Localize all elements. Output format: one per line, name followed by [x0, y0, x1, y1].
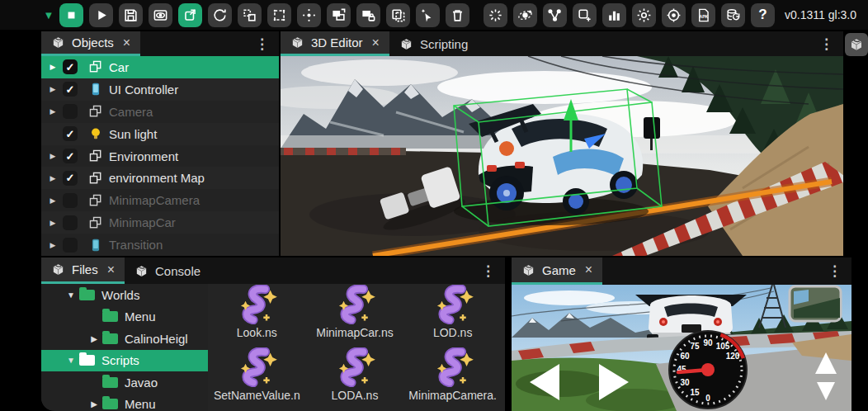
- object-row-minimapcamera[interactable]: ▶ MinimapCamera: [41, 189, 279, 211]
- objects-menu-icon[interactable]: ⋮: [245, 35, 279, 53]
- help-button[interactable]: ?: [751, 3, 775, 27]
- save-button[interactable]: [119, 3, 143, 27]
- add-object-button[interactable]: [573, 3, 597, 27]
- expand-icon[interactable]: ▶: [87, 399, 101, 409]
- file-tree: ▼ Worlds Menu ▶ CalinoHeigl ▼ Scripts: [41, 284, 208, 411]
- editor-menu-icon[interactable]: ⋮: [809, 35, 843, 53]
- game-tabbar: Game × ⋮: [512, 257, 851, 285]
- orbit-button[interactable]: [513, 3, 537, 27]
- expand-icon[interactable]: ▶: [46, 152, 59, 160]
- files-menu-icon[interactable]: ⋮: [471, 262, 505, 280]
- tab-scripting[interactable]: Scripting: [389, 31, 478, 56]
- expand-icon[interactable]: ▶: [46, 85, 59, 93]
- file-name: MinimapCar.ns: [316, 326, 393, 339]
- tree-item-label: Worlds: [101, 288, 139, 302]
- expand-icon[interactable]: ▶: [46, 219, 59, 227]
- settings-button[interactable]: [632, 3, 656, 27]
- expand-icon[interactable]: ▶: [87, 334, 101, 343]
- object-row-sun-light[interactable]: ✓ Sun light: [41, 123, 279, 145]
- tree-item-label: CalinoHeigl: [125, 332, 188, 346]
- close-icon[interactable]: ×: [123, 35, 130, 50]
- expand-icon[interactable]: ▼: [64, 291, 78, 300]
- package-icon: [51, 262, 65, 276]
- visibility-checkbox[interactable]: ✓: [63, 171, 78, 186]
- database-sync-button[interactable]: [721, 3, 745, 27]
- close-icon[interactable]: ×: [585, 262, 592, 277]
- visibility-checkbox[interactable]: [63, 104, 78, 119]
- render-view-button[interactable]: [149, 3, 172, 27]
- file-item[interactable]: SetNameValue.n: [208, 347, 306, 407]
- move-tool-button[interactable]: [178, 3, 202, 27]
- game-viewport[interactable]: 0 15 30 45 60 75 90 105 120: [512, 285, 851, 411]
- close-icon[interactable]: ×: [107, 262, 115, 277]
- layer-forward-button[interactable]: [327, 3, 351, 27]
- object-row-camera[interactable]: ▶ Camera: [41, 101, 279, 123]
- tree-item-javao[interactable]: Javao: [41, 371, 208, 394]
- scene-dropdown-icon[interactable]: ▼: [38, 9, 59, 21]
- visibility-checkbox[interactable]: [63, 215, 78, 230]
- object-row-environment[interactable]: ▶ ✓ Environment: [41, 145, 279, 168]
- rect-select-tool-button[interactable]: [267, 3, 291, 27]
- file-item[interactable]: MinimapCamera.: [403, 347, 502, 407]
- object-label: environment Map: [109, 171, 205, 185]
- visibility-checkbox[interactable]: [63, 193, 78, 208]
- tab-files[interactable]: Files ×: [41, 257, 125, 284]
- apk-export-button[interactable]: APK: [691, 3, 715, 27]
- tree-item-label: Javao: [125, 376, 158, 390]
- package-icon: [399, 37, 413, 51]
- scale-tool-button[interactable]: [238, 3, 262, 27]
- visibility-checkbox[interactable]: ✓: [63, 149, 78, 163]
- expand-icon[interactable]: ▶: [46, 174, 59, 182]
- tree-item-calinoheigl[interactable]: ▶ CalinoHeigl: [41, 328, 208, 350]
- object-row-ui-controller[interactable]: ▶ ✓ UI Controller: [41, 78, 279, 101]
- layer-lock-button[interactable]: [356, 3, 380, 27]
- collapsed-panel-tab[interactable]: [845, 33, 868, 56]
- object-row-car[interactable]: ▶ ✓ Car: [41, 56, 279, 78]
- close-icon[interactable]: ×: [372, 35, 380, 50]
- tree-item-worlds[interactable]: ▼ Worlds: [41, 284, 208, 306]
- pivot-center-button[interactable]: [297, 3, 321, 27]
- object-row-environment-map[interactable]: ▶ ✓ environment Map: [41, 167, 279, 189]
- visibility-checkbox[interactable]: ✓: [63, 82, 78, 97]
- tree-item-menu-2[interactable]: ▶ Menu: [41, 394, 208, 411]
- tab-game-label: Game: [542, 263, 576, 277]
- tab-game[interactable]: Game ×: [512, 257, 602, 285]
- touch-input-button[interactable]: [416, 3, 440, 27]
- 3d-viewport[interactable]: [281, 56, 843, 256]
- object-icon: [87, 59, 104, 75]
- rotate-tool-button[interactable]: [208, 3, 232, 27]
- tab-files-label: Files: [72, 262, 98, 276]
- node-graph-button[interactable]: [543, 3, 567, 27]
- tree-item-label: Menu: [125, 397, 156, 411]
- file-item[interactable]: MinimapCar.ns: [306, 285, 404, 344]
- render-view-icon: [153, 7, 168, 23]
- build-target-button[interactable]: [662, 3, 686, 27]
- expand-icon[interactable]: ▶: [46, 107, 59, 116]
- object-icon: [87, 192, 104, 209]
- stop-button[interactable]: [59, 3, 83, 27]
- tab-console[interactable]: Console: [125, 257, 210, 284]
- tab-objects[interactable]: Objects ×: [41, 31, 140, 56]
- object-row-transition[interactable]: ▶ Transition: [41, 234, 279, 256]
- tab-3d-editor[interactable]: 3D Editor ×: [281, 31, 389, 56]
- file-item[interactable]: LODA.ns: [306, 347, 404, 407]
- object-row-minimapcar[interactable]: ▶ MinimapCar: [41, 211, 279, 234]
- tree-item-scripts[interactable]: ▼ Scripts: [41, 350, 208, 372]
- expand-icon[interactable]: ▶: [46, 63, 59, 71]
- file-item[interactable]: Look.ns: [208, 285, 306, 344]
- expand-icon[interactable]: ▼: [64, 356, 78, 365]
- visibility-checkbox[interactable]: ✓: [63, 59, 78, 74]
- visibility-checkbox[interactable]: ✓: [63, 126, 78, 141]
- delete-button[interactable]: [446, 3, 469, 27]
- tree-item-label: Scripts: [101, 353, 139, 367]
- lens-flare-button[interactable]: [484, 3, 507, 27]
- expand-icon[interactable]: ▶: [46, 196, 59, 205]
- play-button[interactable]: [89, 3, 113, 27]
- game-menu-icon[interactable]: ⋮: [818, 262, 851, 280]
- duplicate-button[interactable]: [386, 3, 410, 27]
- visibility-checkbox[interactable]: [63, 238, 78, 253]
- expand-icon[interactable]: ▶: [46, 241, 59, 249]
- tree-item-menu[interactable]: Menu: [41, 306, 208, 328]
- file-item[interactable]: LOD.ns: [403, 285, 502, 344]
- stats-button[interactable]: [602, 3, 626, 27]
